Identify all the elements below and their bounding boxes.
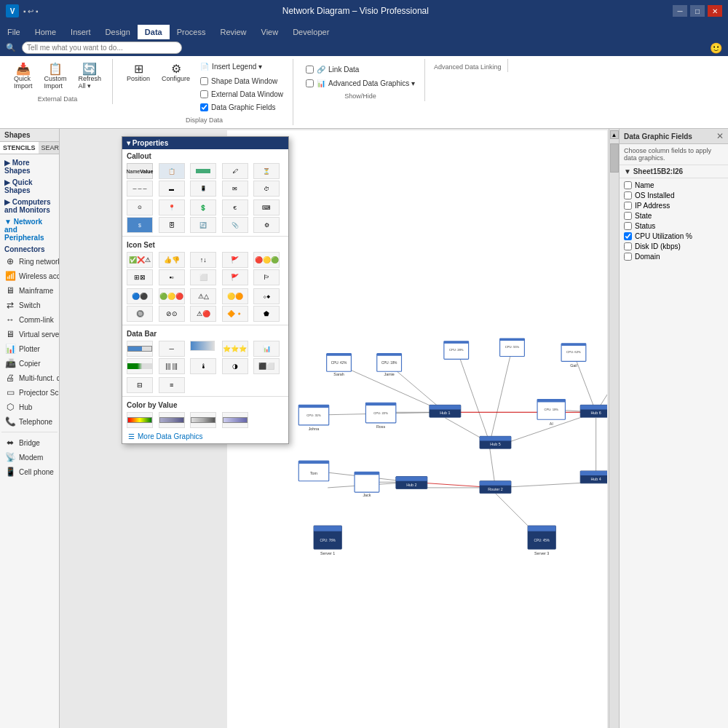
callout-item-15[interactable]: ⌨	[253, 199, 280, 215]
field-state[interactable]: State	[624, 212, 724, 220]
data-bar-8[interactable]: 🌡	[190, 358, 216, 374]
refresh-all-button[interactable]: 🔄 RefreshAll ▾	[74, 60, 107, 92]
shape-hub[interactable]: ⬡ Hub	[1, 400, 58, 414]
shape-modem[interactable]: 📡 Modem	[1, 450, 58, 464]
icon-set-19[interactable]: 🔶🔸	[222, 306, 248, 322]
icon-set-10[interactable]: 🏳	[253, 269, 280, 285]
shape-ring-network[interactable]: ⊕ Ring network	[1, 254, 58, 269]
field-disk-id[interactable]: Disk ID (kbps)	[624, 242, 724, 250]
tab-process[interactable]: Process	[170, 25, 213, 39]
link-data-toggle[interactable]: 🔗 Link Data	[302, 63, 419, 76]
shape-switch[interactable]: ⇄ Switch	[1, 298, 58, 312]
close-button[interactable]: ✕	[708, 5, 722, 17]
icon-set-5[interactable]: 🔴🟡🟢	[253, 252, 280, 268]
advanced-data-graphics-toggle[interactable]: 📊 Advanced Data Graphics ▾	[302, 77, 419, 90]
field-cpu-utilization[interactable]: CPU Utilization %	[624, 232, 724, 240]
icon-set-1[interactable]: ✅❌⚠	[127, 252, 153, 268]
external-data-checkbox[interactable]	[200, 90, 208, 98]
quick-shapes-section[interactable]: ▶ Quick Shapes	[1, 175, 58, 195]
data-bar-7[interactable]: ||| |||	[159, 358, 185, 374]
callout-item-10[interactable]: ⏱	[253, 181, 280, 197]
data-bar-11[interactable]: ⊟	[127, 377, 153, 393]
icon-set-20[interactable]: ⬟	[253, 306, 280, 322]
icon-set-15[interactable]: ⬦◆	[253, 288, 280, 304]
data-bar-4[interactable]: ⭐⭐⭐	[222, 341, 248, 357]
custom-import-button[interactable]: 📋 CustomImport	[39, 60, 72, 92]
icon-set-12[interactable]: 🟢🟡🔴	[159, 288, 185, 304]
field-domain[interactable]: Domain	[624, 253, 724, 261]
data-graphic-fields-checkbox[interactable]	[200, 103, 208, 111]
field-status-checkbox[interactable]	[624, 222, 632, 230]
callout-item-4[interactable]: 🖊	[222, 163, 248, 179]
shape-mainframe[interactable]: 🖥 Mainframe	[1, 283, 58, 298]
callout-item-17[interactable]: 🗄	[159, 217, 185, 233]
shape-wireless-ap[interactable]: 📶 Wireless access point	[1, 269, 58, 283]
connectors-section[interactable]: Connectors	[1, 242, 58, 254]
callout-item-20[interactable]: ⚙	[253, 217, 280, 233]
minimize-button[interactable]: ─	[673, 5, 687, 17]
right-panel-sheet[interactable]: ▼ Sheet15B2:I26	[620, 165, 728, 178]
callout-item-16[interactable]: $	[127, 217, 153, 233]
field-cpu-checkbox[interactable]	[624, 232, 632, 240]
more-data-graphics-button[interactable]: ☰ More Data Graphics	[122, 430, 288, 443]
tab-design[interactable]: Design	[98, 25, 138, 39]
callout-item-6[interactable]: ─ ─ ─	[127, 181, 153, 197]
data-bar-2[interactable]: ─	[159, 341, 185, 357]
shape-comm-link[interactable]: ↔ Comm-link	[1, 312, 58, 327]
data-bar-10[interactable]: ⬛⬜	[253, 358, 280, 374]
shape-data-checkbox[interactable]	[200, 77, 208, 85]
network-peripherals-section[interactable]: ▼ Network and Peripherals	[1, 215, 58, 242]
icon-set-18[interactable]: ⚠🔴	[190, 306, 216, 322]
callout-item-12[interactable]: 📍	[159, 199, 185, 215]
field-name-checkbox[interactable]	[624, 181, 632, 189]
color-item-3[interactable]	[190, 412, 216, 428]
color-item-4[interactable]	[222, 412, 248, 428]
data-graphic-fields-toggle[interactable]: Data Graphic Fields	[197, 101, 287, 114]
more-shapes-section[interactable]: ▶ More Shapes	[1, 156, 58, 175]
insert-legend-button[interactable]: 📄 Insert Legend ▾	[197, 60, 287, 73]
icon-set-11[interactable]: 🔵⚫	[127, 288, 153, 304]
shape-mfd[interactable]: 🖨 Multi-funct. device	[1, 371, 58, 385]
icon-set-6[interactable]: ⊞⊠	[127, 269, 153, 285]
tab-developer[interactable]: Developer	[285, 25, 336, 39]
field-state-checkbox[interactable]	[624, 212, 632, 220]
shape-virtual-server[interactable]: 🖥 Virtual server	[1, 327, 58, 341]
tab-view[interactable]: View	[254, 25, 286, 39]
field-name[interactable]: Name	[624, 181, 724, 189]
icon-set-14[interactable]: 🟡🟠	[222, 288, 248, 304]
tab-data[interactable]: Data	[138, 25, 170, 39]
field-ip-checkbox[interactable]	[624, 202, 632, 210]
shape-copier[interactable]: 📠 Copier	[1, 356, 58, 371]
icon-set-4[interactable]: 🚩	[222, 252, 248, 268]
field-ip-address[interactable]: IP Address	[624, 202, 724, 210]
icon-set-8[interactable]: ⬜	[190, 269, 216, 285]
callout-item-8[interactable]: 📱	[190, 181, 216, 197]
tab-home[interactable]: Home	[28, 25, 63, 39]
feedback-icon[interactable]: 🙂	[710, 42, 722, 54]
icon-set-7[interactable]: ▪▫	[159, 269, 185, 285]
field-os-installed-checkbox[interactable]	[624, 191, 632, 199]
callout-item-5[interactable]: ⏳	[253, 163, 280, 179]
callout-item-14[interactable]: €	[222, 199, 248, 215]
field-status[interactable]: Status	[624, 222, 724, 230]
data-bar-6[interactable]	[127, 358, 153, 374]
network-nodes[interactable]: CPU: 42% Sarah CPU: 18% Jamie CPU: 28%	[298, 339, 607, 555]
data-bar-5[interactable]: 📊	[253, 341, 280, 357]
shape-telephone[interactable]: 📞 Telephone	[1, 414, 58, 429]
tell-me-input[interactable]	[22, 41, 182, 54]
icon-set-17[interactable]: ⊘⊙	[159, 306, 185, 322]
shape-cell-phone[interactable]: 📱 Cell phone	[1, 464, 58, 479]
link-data-checkbox[interactable]	[306, 66, 314, 74]
shape-projector[interactable]: ▭ Projector Screen	[1, 385, 58, 400]
advanced-graphics-checkbox[interactable]	[306, 79, 314, 87]
field-os-installed[interactable]: OS Installed	[624, 191, 724, 199]
data-bar-9[interactable]: ◑	[222, 358, 248, 374]
icon-set-13[interactable]: ⚠△	[190, 288, 216, 304]
node-jack[interactable]	[355, 472, 379, 492]
color-item-1[interactable]	[127, 412, 153, 428]
data-bar-12[interactable]: ≡	[159, 377, 185, 393]
callout-item-13[interactable]: 💲	[190, 199, 216, 215]
tab-review[interactable]: Review	[213, 25, 253, 39]
callout-item-7[interactable]: ▬	[159, 181, 185, 197]
icon-set-2[interactable]: 👍👎	[159, 252, 185, 268]
